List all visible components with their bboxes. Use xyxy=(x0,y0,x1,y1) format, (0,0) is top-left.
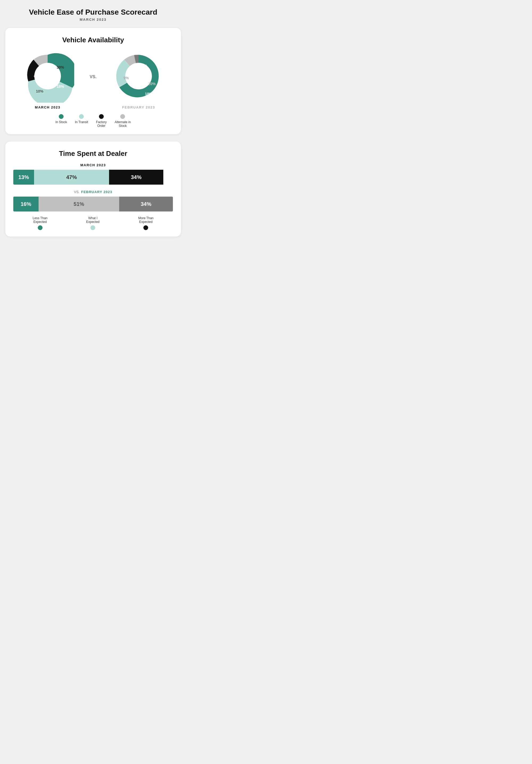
vs-row: VS. FEBRUARY 2023 xyxy=(13,190,173,194)
feb-label-alternate: 20% xyxy=(148,82,156,86)
march-label-factoryorder: 18% xyxy=(57,84,64,89)
march-donut-label: MARCH 2023 xyxy=(35,105,60,109)
march-bar-more: 34% xyxy=(109,170,163,185)
march-bar-title: MARCH 2023 xyxy=(13,163,173,167)
legend-intransit: In Transit xyxy=(75,114,88,128)
bar-legend-label-more: More ThanExpected xyxy=(138,216,153,224)
bar-legend-what: What IExpected xyxy=(86,216,99,230)
time-spent-title: Time Spent at Dealer xyxy=(13,149,173,158)
bar-legend-more: More ThanExpected xyxy=(138,216,153,230)
march-bar-track: 13% 47% 34% xyxy=(13,170,173,185)
availability-title: Vehicle Availability xyxy=(13,36,173,44)
feb-label-intransit: 9% xyxy=(123,76,129,80)
feb-bar-what: 51% xyxy=(39,197,119,212)
legend-dot-alternate xyxy=(120,114,125,119)
feb-donut-container: 52% 9% 20% 18% FEBRUARY 2023 xyxy=(112,50,165,109)
legend-label-alternate: Alternate inStock xyxy=(115,120,131,128)
feb-donut-chart: 52% 9% 20% 18% xyxy=(112,50,165,103)
legend-label-instock: In Stock xyxy=(55,120,67,124)
feb-bar-less: 16% xyxy=(13,197,39,212)
march-label-alternate: 10% xyxy=(36,89,44,94)
donut-row: 43% 30% 18% 10% MARCH 2023 VS. xyxy=(13,50,173,109)
availability-legend: In Stock In Transit FactoryOrder Alterna… xyxy=(13,114,173,128)
bar-legend-label-less: Less ThanExpected xyxy=(33,216,48,224)
legend-alternate: Alternate inStock xyxy=(115,114,131,128)
bar-legend-dot-what xyxy=(90,225,95,230)
page-title: Vehicle Ease of Purchase Scorecard xyxy=(29,8,157,17)
bar-legend-less: Less ThanExpected xyxy=(33,216,48,230)
legend-dot-instock xyxy=(59,114,64,119)
march-label-intransit: 30% xyxy=(57,65,64,70)
vs-month: FEBRUARY 2023 xyxy=(81,190,112,194)
march-donut-container: 43% 30% 18% 10% MARCH 2023 xyxy=(21,50,74,109)
legend-dot-factoryorder xyxy=(99,114,104,119)
march-label-instock: 43% xyxy=(34,74,42,78)
feb-bar-track: 16% 51% 34% xyxy=(13,197,173,212)
legend-instock: In Stock xyxy=(55,114,67,128)
page-subtitle: MARCH 2023 xyxy=(80,18,107,22)
time-spent-card: Time Spent at Dealer MARCH 2023 13% 47% … xyxy=(5,141,181,237)
feb-bar-more: 34% xyxy=(119,197,173,212)
bar-legend-dot-less xyxy=(38,225,43,230)
legend-factoryorder: FactoryOrder xyxy=(96,114,107,128)
availability-card: Vehicle Availability 43% 30% 1 xyxy=(5,28,181,134)
time-spent-legend: Less ThanExpected What IExpected More Th… xyxy=(13,216,173,230)
feb-label-factoryorder: 18% xyxy=(145,92,153,96)
vs-label: VS. xyxy=(74,190,80,194)
legend-label-factoryorder: FactoryOrder xyxy=(96,120,107,128)
bar-legend-label-what: What IExpected xyxy=(86,216,99,224)
legend-dot-intransit xyxy=(79,114,84,119)
vs-text: VS. xyxy=(89,75,96,79)
feb-donut-label: FEBRUARY 2023 xyxy=(122,105,155,109)
feb-label-instock: 52% xyxy=(140,64,147,68)
march-bar-less: 13% xyxy=(13,170,34,185)
bar-legend-dot-more xyxy=(143,225,148,230)
legend-label-intransit: In Transit xyxy=(75,120,88,124)
march-donut-chart: 43% 30% 18% 10% xyxy=(21,50,74,103)
march-bar-what: 47% xyxy=(34,170,109,185)
